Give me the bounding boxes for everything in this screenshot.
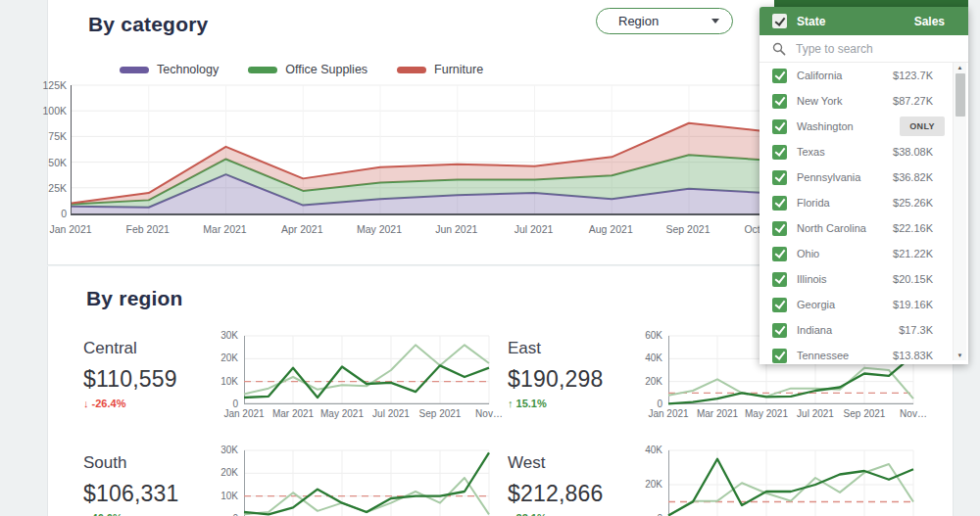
state-name: Ohio (797, 248, 819, 259)
state-name: Georgia (797, 299, 835, 310)
legend-item-office-supplies[interactable]: Office Supplies (248, 63, 368, 76)
by-category-title: By category (88, 13, 208, 36)
south-line-chart[interactable] (244, 450, 489, 516)
state-sales-value: $25.26K (893, 197, 933, 209)
state-name: Tennessee (797, 350, 849, 361)
checkbox-checked-icon[interactable] (772, 221, 787, 236)
legend-swatch-icon (248, 67, 277, 73)
region-delta-value: 46.6% (92, 512, 122, 516)
checkbox-checked-icon[interactable] (772, 69, 787, 83)
filter-column-sales: Sales (914, 15, 945, 28)
region-delta-value: -26.4% (92, 398, 126, 409)
region-delta: ↑ 46.6% (83, 512, 209, 516)
region-delta: ↓ -26.4% (83, 398, 209, 409)
checkbox-checked-icon[interactable] (772, 196, 787, 211)
scroll-down-icon[interactable]: ▼ (954, 351, 966, 360)
checkbox-checked-icon[interactable] (772, 272, 787, 287)
checkbox-checked-icon[interactable] (772, 170, 787, 185)
region-total-value: $212,866 (508, 481, 633, 507)
region-info: Central$110,559↓ -26.4% (83, 331, 209, 429)
state-sales-value: $87.27K (893, 95, 933, 107)
legend-item-technology[interactable]: Technology (120, 63, 219, 76)
x-tick-label: Aug 2021 (576, 223, 645, 235)
arrow-up-icon: ↑ (83, 512, 92, 516)
checkbox-checked-icon[interactable] (772, 145, 787, 160)
region-filter-dropdown[interactable]: Region (596, 8, 733, 34)
chevron-down-icon (711, 19, 719, 23)
state-name: Texas (797, 146, 825, 158)
state-row-florida[interactable]: Florida$25.26K (760, 190, 968, 215)
mini-chart-central: 30K20K10K0Jan 2021Mar 2021May 2021Jul 20… (209, 331, 503, 429)
south-dark-line (244, 452, 489, 514)
scrollbar-thumb[interactable] (956, 73, 965, 117)
y-tick-label: 30K (209, 445, 238, 455)
category-legend: TechnologyOffice SuppliesFurniture (120, 63, 483, 76)
x-tick-label: Jun 2021 (422, 223, 491, 235)
checkbox-checked-icon[interactable] (772, 298, 787, 312)
panel-scrollbar[interactable]: ▲ ▼ (953, 63, 966, 360)
state-row-california[interactable]: California$123.7K (760, 63, 968, 88)
y-tick-label: 20K (209, 467, 238, 478)
state-sales-value: $17.3K (899, 324, 933, 336)
state-row-ohio[interactable]: Ohio$21.22K (760, 241, 968, 266)
state-search-input[interactable] (796, 42, 923, 56)
state-name: New York (797, 95, 842, 107)
region-delta: ↑ 22.1% (508, 512, 633, 516)
x-tick-label: Feb 2021 (114, 223, 182, 235)
x-tick-label: Sep 2021 (654, 223, 722, 235)
arrow-up-icon: ↑ (508, 398, 516, 409)
only-button[interactable]: ONLY (900, 117, 945, 136)
filter-search-row (760, 35, 968, 63)
x-tick-label: Apr 2021 (268, 223, 336, 235)
region-info: West$212,866↑ 22.1% (508, 446, 633, 516)
state-row-texas[interactable]: Texas$38.08K (760, 139, 968, 164)
checkbox-checked-icon[interactable] (772, 323, 787, 338)
region-delta-value: 15.1% (516, 398, 547, 409)
filter-panel-header: State Sales (760, 7, 968, 35)
state-row-pennsylvania[interactable]: Pennsylvania$36.82K (760, 164, 968, 190)
state-row-georgia[interactable]: Georgia$19.16K (760, 292, 968, 317)
west-light-line (668, 464, 913, 516)
region-info: East$190,298↑ 15.1% (508, 331, 633, 429)
y-tick-label: 10K (209, 376, 238, 387)
legend-label: Technology (157, 63, 219, 76)
state-row-new-york[interactable]: New York$87.27K (760, 88, 968, 114)
y-tick-label: 75K (27, 130, 67, 142)
scroll-up-icon[interactable]: ▲ (954, 63, 966, 72)
legend-swatch-icon (120, 67, 149, 73)
y-tick-label: 25K (27, 182, 67, 194)
mini-chart-west: 40K20K0Jan 2021Mar 2021May 2021Jul 2021S… (633, 446, 927, 516)
state-row-illinois[interactable]: Illinois$20.15K (760, 266, 968, 292)
checkbox-checked-icon[interactable] (772, 247, 787, 261)
x-tick-label: Jul 2021 (500, 223, 568, 235)
region-name: South (83, 453, 209, 473)
checkbox-checked-icon[interactable] (772, 349, 787, 363)
state-row-north-carolina[interactable]: North Carolina$22.16K (760, 215, 968, 241)
arrow-up-icon: ↑ (508, 512, 516, 516)
filter-column-state: State (797, 15, 825, 28)
x-tick-label: Jan 2021 (36, 223, 105, 235)
state-sales-value: $13.83K (893, 350, 933, 361)
checkbox-checked-icon[interactable] (772, 119, 787, 134)
legend-label: Office Supplies (285, 63, 368, 76)
state-name: Pennsylvania (797, 171, 860, 183)
west-line-chart[interactable] (668, 450, 913, 516)
region-total-value: $110,559 (83, 366, 209, 393)
select-all-checkbox[interactable] (772, 14, 787, 28)
y-tick-label: 125K (27, 79, 67, 91)
east-light-line (668, 368, 913, 399)
state-sales-value: $36.82K (893, 171, 933, 183)
state-sales-value: $123.7K (893, 70, 933, 81)
state-row-washington[interactable]: WashingtonONLY (760, 114, 968, 139)
legend-swatch-icon (397, 67, 426, 73)
region-name: East (508, 339, 633, 358)
central-line-chart[interactable] (244, 336, 489, 404)
region-info: South$106,331↑ 46.6% (83, 446, 209, 516)
x-tick-label: Mar 2021 (191, 223, 260, 235)
state-row-tennessee[interactable]: Tennessee$13.83K (760, 343, 968, 364)
y-tick-label: 100K (27, 105, 67, 117)
checkbox-checked-icon[interactable] (772, 94, 787, 109)
region-delta: ↑ 15.1% (508, 398, 633, 409)
state-row-indiana[interactable]: Indiana$17.3K (760, 317, 968, 343)
legend-item-furniture[interactable]: Furniture (397, 63, 483, 76)
